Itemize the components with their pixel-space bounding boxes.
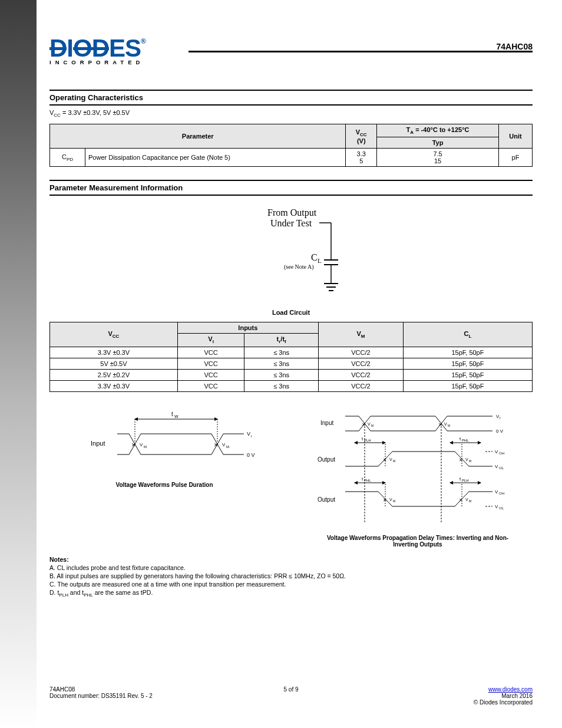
svg-text:M: M	[393, 459, 395, 463]
svg-text:V: V	[222, 442, 226, 447]
svg-text:V: V	[495, 464, 498, 469]
col-vcc: VCC (V)	[346, 124, 377, 149]
footer-left: 74AHC08 Document number: DS35191 Rev. 5 …	[49, 686, 153, 706]
svg-text:PHL: PHL	[462, 439, 469, 442]
logo: DIODES® INCORPORATED	[49, 34, 185, 77]
svg-text:Output: Output	[318, 496, 335, 503]
col-unit: Unit	[499, 124, 533, 149]
footer-right: www.diodes.com March 2016 © Diodes Incor…	[474, 686, 533, 706]
col-typ: Typ	[376, 137, 498, 149]
header-rule: 74AHC08	[189, 51, 533, 52]
note-b: B. All input pulses are supplied by gene…	[49, 572, 533, 579]
col-parameter: Parameter	[50, 124, 346, 149]
col-vcc: VCC	[50, 322, 178, 347]
load-circuit-diagram: From Output Under Test C L (see Note A) …	[49, 204, 533, 316]
svg-text:Input: Input	[91, 440, 105, 447]
part-number: 74AHC08	[497, 42, 533, 51]
svg-text:M: M	[469, 459, 471, 463]
svg-text:✕: ✕	[383, 498, 387, 503]
svg-text:W: W	[174, 414, 178, 419]
svg-text:M: M	[448, 424, 450, 427]
svg-text:✕: ✕	[383, 457, 387, 463]
waveform-figures: tW Input ✕ ✕	[49, 407, 533, 548]
svg-text:V: V	[495, 449, 498, 454]
svg-text:V: V	[465, 457, 468, 462]
notes-block: Notes: A. CL includes probe and test fix…	[49, 556, 533, 598]
waveform-propagation-delay: Input ✕VM ✕VM VI 0 V	[303, 407, 533, 548]
header-row: DIODES® INCORPORATED 74AHC08	[49, 34, 533, 77]
parameter-measurement-table: VCC Inputs VM CL VI tr/tf 3.3V ±0.3V VCC…	[49, 322, 533, 391]
note-d: D. tPLH and tPHL are the same as tPD.	[49, 589, 533, 598]
svg-text:✕: ✕	[214, 442, 219, 448]
svg-text:V: V	[389, 498, 392, 502]
svg-text:OL: OL	[499, 506, 504, 510]
svg-text:V: V	[389, 457, 392, 462]
operating-characteristics-table: Parameter VCC (V) TA = -40°C to +125°C U…	[49, 124, 533, 167]
table-row: 2.5V ±0.2V VCC ≤ 3ns VCC/2 15pF, 50pF	[50, 369, 533, 380]
svg-text:t: t	[362, 476, 363, 482]
svg-text:M: M	[144, 445, 147, 449]
svg-text:OH: OH	[499, 492, 504, 495]
table-row: CPD Power Dissipation Capacitance per Ga…	[50, 149, 533, 167]
operating-characteristics-condition: VCC = 3.3V ±0.3V, 5V ±0.5V	[49, 109, 533, 118]
svg-text:t: t	[459, 436, 461, 442]
svg-text:V: V	[465, 498, 468, 502]
svg-text:✕: ✕	[459, 498, 463, 503]
table-row: 5V ±0.5V VCC ≤ 3ns VCC/2 15pF, 50pF	[50, 358, 533, 369]
svg-text:M: M	[469, 499, 471, 503]
svg-text:t: t	[459, 476, 461, 482]
svg-text:M: M	[226, 445, 229, 449]
footer-link[interactable]: www.diodes.com	[488, 686, 533, 693]
svg-text:V: V	[368, 422, 371, 426]
svg-text:V: V	[140, 442, 143, 447]
svg-text:✕: ✕	[459, 457, 463, 463]
svg-text:L: L	[318, 257, 322, 264]
svg-text:✕: ✕	[131, 442, 136, 448]
svg-text:t: t	[362, 436, 363, 442]
left-gradient-bar	[0, 0, 37, 728]
svg-text:Input: Input	[320, 420, 333, 426]
footer-page-number: 5 of 9	[283, 686, 298, 693]
svg-text:(see Note A): (see Note A)	[284, 263, 314, 271]
footer: 74AHC08 Document number: DS35191 Rev. 5 …	[49, 686, 533, 706]
table-row: 3.3V ±0.3V VCC ≤ 3ns VCC/2 15pF, 50pF	[50, 380, 533, 391]
note-a: A. CL includes probe and test fixture ca…	[49, 564, 533, 571]
from-output-label: From Output	[267, 207, 317, 218]
svg-text:V: V	[495, 504, 498, 509]
pulse-duration-caption: Voltage Waveforms Pulse Duration	[49, 482, 279, 488]
note-c: C. The outputs are measured one at a tim…	[49, 581, 533, 588]
svg-text:M: M	[393, 499, 395, 503]
svg-text:I: I	[251, 434, 252, 438]
svg-text:M: M	[371, 424, 373, 427]
svg-text:0 V: 0 V	[247, 452, 255, 458]
svg-text:✕: ✕	[362, 422, 366, 427]
svg-text:V: V	[495, 489, 498, 495]
svg-text:I: I	[500, 416, 501, 420]
col-vi: VI	[177, 334, 244, 347]
col-ta-range: TA = -40°C to +125°C	[376, 124, 498, 137]
table-row: 3.3V ±0.3V VCC ≤ 3ns VCC/2 15pF, 50pF	[50, 347, 533, 358]
svg-text:0 V: 0 V	[496, 429, 504, 434]
svg-text:V: V	[444, 422, 447, 426]
svg-text:✕: ✕	[438, 422, 442, 427]
col-cl: CL	[403, 322, 532, 347]
col-trtf: tr/tf	[244, 334, 319, 347]
svg-text:PHL: PHL	[364, 479, 371, 482]
load-circuit-caption: Load Circuit	[49, 309, 533, 316]
section-title-operating-characteristics: Operating Characteristics	[49, 90, 533, 106]
svg-text:Output: Output	[318, 456, 335, 463]
col-inputs: Inputs	[177, 322, 318, 334]
svg-text:t: t	[171, 411, 173, 417]
notes-heading: Notes:	[49, 556, 533, 563]
col-vm: VM	[318, 322, 403, 347]
svg-text:OL: OL	[499, 466, 504, 470]
propagation-delay-caption: Voltage Waveforms Propagation Delay Time…	[323, 535, 512, 548]
svg-text:PLH: PLH	[364, 439, 371, 442]
section-title-parameter-measurement: Parameter Measurement Information	[49, 180, 533, 196]
svg-text:C: C	[311, 252, 318, 262]
under-test-label: Under Test	[270, 218, 312, 228]
svg-text:PLH: PLH	[462, 479, 469, 482]
svg-text:OH: OH	[499, 452, 504, 455]
svg-text:V: V	[247, 431, 250, 437]
waveform-pulse-duration: tW Input ✕ ✕	[49, 407, 279, 548]
